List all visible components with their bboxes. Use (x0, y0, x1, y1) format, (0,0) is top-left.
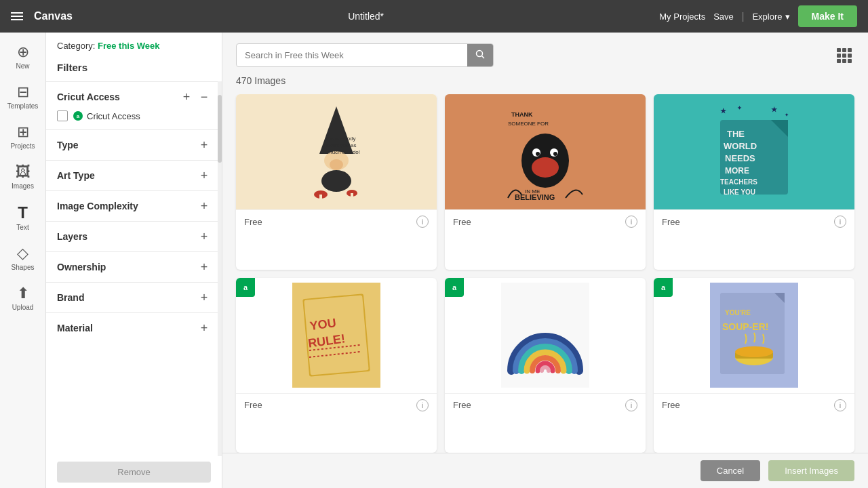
grid-toggle[interactable] (834, 45, 854, 66)
images-grid: Gnomebody loves you as much as I do! Fre… (222, 94, 868, 453)
sidebar-item-text[interactable]: T Text (3, 198, 43, 237)
sidebar-item-shapes[interactable]: ◇ Shapes (3, 239, 43, 277)
filter-section-layers-header[interactable]: Layers + (57, 230, 211, 243)
sidebar-item-templates[interactable]: ⊟ Templates (3, 78, 43, 115)
svg-text:★: ★ (771, 106, 778, 113)
material-expand-btn[interactable]: + (197, 321, 211, 335)
brand-label: Brand (57, 292, 84, 303)
menu-icon[interactable] (11, 12, 23, 20)
grid-view-icon[interactable] (834, 45, 854, 66)
filter-section-cricut-access-header[interactable]: Cricut Access + − (57, 90, 211, 104)
svg-text:much as I do!: much as I do! (328, 149, 360, 155)
svg-rect-11 (319, 195, 322, 201)
teachers-illustration: ★ ✦ ★ ✦ THE WORLD NEEDS MORE (654, 94, 854, 209)
make-it-button[interactable]: Make It (798, 5, 857, 27)
filter-section-brand: Brand + (46, 282, 222, 312)
filter-scroll-area: Cricut Access + − a Cricut Access (46, 81, 222, 456)
image-card-2[interactable]: THANK SOMEONE FOR BELI (445, 94, 646, 270)
cricut-badge-4: a (236, 278, 255, 297)
images-icon: 🖼 (16, 163, 31, 181)
cricut-badge-6: a (654, 278, 673, 297)
info-icon-2[interactable]: i (625, 216, 637, 228)
search-bar-row (222, 33, 868, 73)
filters-title: Filters (46, 56, 222, 81)
save-button[interactable]: Save (713, 12, 734, 22)
svg-text:YOU'RE: YOU'RE (725, 309, 751, 317)
filter-section-type-header[interactable]: Type + (57, 138, 211, 152)
sidebar-item-new[interactable]: ⊕ New (3, 38, 43, 75)
type-expand-btn[interactable]: + (197, 138, 211, 152)
category-link[interactable]: Free this Week (98, 41, 160, 51)
remove-button[interactable]: Remove (57, 462, 211, 483)
svg-text:✦: ✦ (785, 113, 789, 117)
free-label-2: Free (453, 217, 471, 227)
image-card-3[interactable]: ★ ✦ ★ ✦ THE WORLD NEEDS MORE (654, 94, 854, 270)
filter-section-ownership-header[interactable]: Ownership + (57, 260, 211, 274)
svg-text:LIKE YOU: LIKE YOU (724, 188, 755, 196)
templates-icon: ⊟ (17, 83, 29, 101)
ownership-expand-btn[interactable]: + (197, 260, 211, 274)
filter-section-art-type-header[interactable]: Art Type + (57, 169, 211, 182)
art-type-label: Art Type (57, 170, 95, 181)
image-card-4[interactable]: a YOU RULE! F (236, 278, 437, 453)
image-complexity-expand-btn[interactable]: + (197, 199, 211, 213)
top-nav: Canvas Untitled* My Projects Save | Expl… (0, 0, 868, 33)
image-card-1[interactable]: Gnomebody loves you as much as I do! Fre… (236, 94, 437, 270)
cricut-access-option: a Cricut Access (57, 110, 211, 121)
cricut-access-checkbox[interactable] (57, 110, 68, 121)
shapes-icon: ◇ (17, 245, 28, 262)
image-card-2-footer: Free i (445, 209, 646, 233)
info-icon-4[interactable]: i (416, 399, 429, 411)
text-icon: T (18, 203, 28, 222)
search-icon (475, 49, 485, 59)
info-icon-6[interactable]: i (834, 399, 846, 411)
projects-icon: ⊞ (17, 123, 29, 141)
filter-section-image-complexity: Image Complexity + (46, 190, 222, 221)
filter-section-cricut-access: Cricut Access + − a Cricut Access (46, 81, 222, 129)
filter-section-material-header[interactable]: Material + (57, 321, 211, 335)
image-card-6[interactable]: a YOU'RE SOUP-ER! (654, 278, 854, 453)
image-card-1-footer: Free i (236, 209, 437, 233)
explore-button[interactable]: Explore ▾ (752, 12, 789, 22)
info-icon-1[interactable]: i (416, 216, 429, 228)
topnav-right: My Projects Save | Explore ▾ Make It (659, 5, 857, 27)
image-card-5[interactable]: a Free i (445, 278, 646, 453)
svg-text:WORLD: WORLD (724, 141, 757, 151)
upload-icon: ⬆ (17, 285, 29, 302)
cricut-access-add-btn[interactable]: + (180, 90, 193, 104)
art-type-expand-btn[interactable]: + (197, 169, 211, 182)
filter-scrollbar-thumb[interactable] (218, 95, 222, 163)
filter-section-image-complexity-header[interactable]: Image Complexity + (57, 199, 211, 213)
layers-label: Layers (57, 231, 87, 242)
sidebar-item-upload[interactable]: ⬆ Upload (3, 279, 43, 317)
filter-section-layers: Layers + (46, 221, 222, 251)
svg-line-1 (482, 56, 485, 59)
cricut-access-option-label[interactable]: a Cricut Access (73, 111, 140, 121)
svg-text:MORE: MORE (725, 166, 749, 176)
svg-point-6 (321, 170, 351, 192)
cricut-access-remove-btn[interactable]: − (197, 90, 211, 104)
image-card-3-img: ★ ✦ ★ ✦ THE WORLD NEEDS MORE (654, 94, 854, 209)
svg-text:★: ★ (720, 107, 727, 115)
cancel-button[interactable]: Cancel (701, 460, 760, 481)
svg-point-22 (553, 152, 557, 156)
brand-expand-btn[interactable]: + (197, 291, 211, 304)
sidebar-item-images[interactable]: 🖼 Images (3, 158, 43, 195)
cricut-badge-5: a (445, 278, 464, 297)
filter-section-brand-header[interactable]: Brand + (57, 291, 211, 304)
free-label-5: Free (453, 400, 471, 410)
info-icon-5[interactable]: i (625, 399, 637, 411)
search-button[interactable] (467, 44, 493, 66)
svg-text:loves you as: loves you as (326, 142, 356, 148)
insert-images-button[interactable]: Insert Images (768, 460, 854, 481)
material-label: Material (57, 323, 93, 333)
filter-section-type: Type + (46, 129, 222, 160)
svg-point-18 (532, 157, 559, 178)
search-input[interactable] (237, 45, 467, 66)
info-icon-3[interactable]: i (834, 216, 846, 228)
sidebar-item-projects[interactable]: ⊞ Projects (3, 118, 43, 155)
my-projects-link[interactable]: My Projects (659, 12, 705, 22)
layers-expand-btn[interactable]: + (197, 230, 211, 243)
main-layout: ⊕ New ⊟ Templates ⊞ Projects 🖼 Images T … (0, 33, 868, 488)
svg-text:IN ME: IN ME (525, 188, 540, 195)
